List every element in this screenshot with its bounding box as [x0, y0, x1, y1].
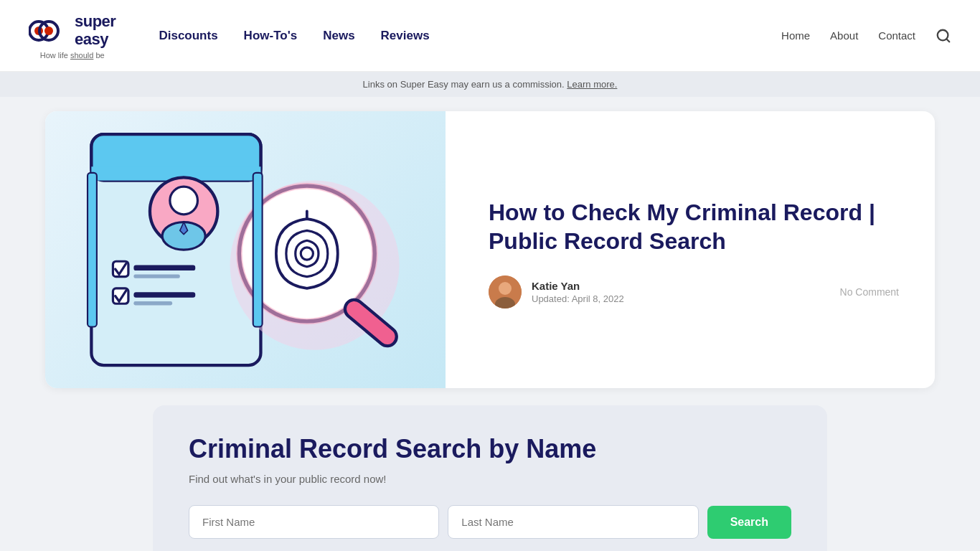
last-name-input[interactable] [448, 505, 698, 539]
logo-text: super easy [75, 13, 116, 47]
svg-rect-18 [133, 301, 172, 305]
nav-discounts[interactable]: Discounts [159, 29, 217, 43]
svg-rect-17 [133, 292, 195, 298]
article-illustration [45, 111, 446, 388]
author-info: Katie Yan Updated: April 8, 2022 [489, 276, 624, 309]
search-form: Search [189, 505, 791, 539]
search-section: Criminal Record Search by Name Find out … [153, 405, 827, 551]
nav-howtos[interactable]: How-To's [244, 29, 298, 43]
main-nav: Discounts How-To's News Reviews [159, 29, 429, 43]
logo-tagline: How life should be [40, 51, 105, 60]
commission-learn-more[interactable]: Learn more. [567, 79, 617, 90]
nav-about[interactable]: About [830, 29, 858, 42]
article-card: How to Check My Criminal Record | Public… [45, 111, 935, 388]
search-button[interactable] [936, 28, 951, 44]
article-info: How to Check My Criminal Record | Public… [446, 111, 935, 388]
logo-easy-text: easy [75, 31, 116, 48]
commission-text-pre: Links on Super Easy may earn us a commis… [363, 79, 567, 90]
logo-icon [29, 12, 72, 50]
author-row: Katie Yan Updated: April 8, 2022 No Comm… [489, 276, 899, 309]
search-widget-subtitle: Find out what's in your public record no… [189, 473, 791, 485]
svg-point-10 [170, 187, 198, 215]
author-name: Katie Yan [532, 280, 624, 292]
svg-point-28 [499, 282, 512, 295]
search-icon [936, 28, 951, 44]
search-widget-title: Criminal Record Search by Name [189, 434, 791, 464]
nav-contact[interactable]: Contact [878, 29, 915, 42]
svg-rect-15 [133, 274, 179, 278]
author-avatar-image [489, 276, 522, 309]
logo-mark: super easy [29, 12, 116, 50]
header-right: Home About Contact [781, 28, 951, 44]
first-name-input[interactable] [189, 505, 439, 539]
author-details: Katie Yan Updated: April 8, 2022 [532, 280, 624, 304]
main-content: How to Check My Criminal Record | Public… [24, 111, 956, 551]
site-logo[interactable]: super easy How life should be [29, 12, 116, 60]
avatar [489, 276, 522, 309]
logo-super-text: super [75, 13, 116, 30]
header-left: super easy How life should be Discounts … [29, 12, 430, 60]
svg-point-3 [44, 27, 53, 35]
author-date: Updated: April 8, 2022 [532, 293, 624, 304]
svg-rect-26 [253, 173, 263, 327]
svg-rect-14 [133, 265, 195, 271]
svg-line-5 [946, 39, 949, 42]
search-submit-button[interactable]: Search [707, 506, 791, 539]
article-image [45, 111, 446, 388]
logo-tagline-should: should [70, 51, 93, 60]
commission-bar: Links on Super Easy may earn us a commis… [0, 72, 980, 97]
svg-rect-25 [88, 173, 97, 327]
comment-count: No Comment [840, 286, 899, 298]
nav-home[interactable]: Home [781, 29, 810, 42]
nav-reviews[interactable]: Reviews [381, 29, 430, 43]
site-header: super easy How life should be Discounts … [0, 0, 980, 72]
article-title: How to Check My Criminal Record | Public… [489, 198, 899, 255]
nav-news[interactable]: News [323, 29, 354, 43]
